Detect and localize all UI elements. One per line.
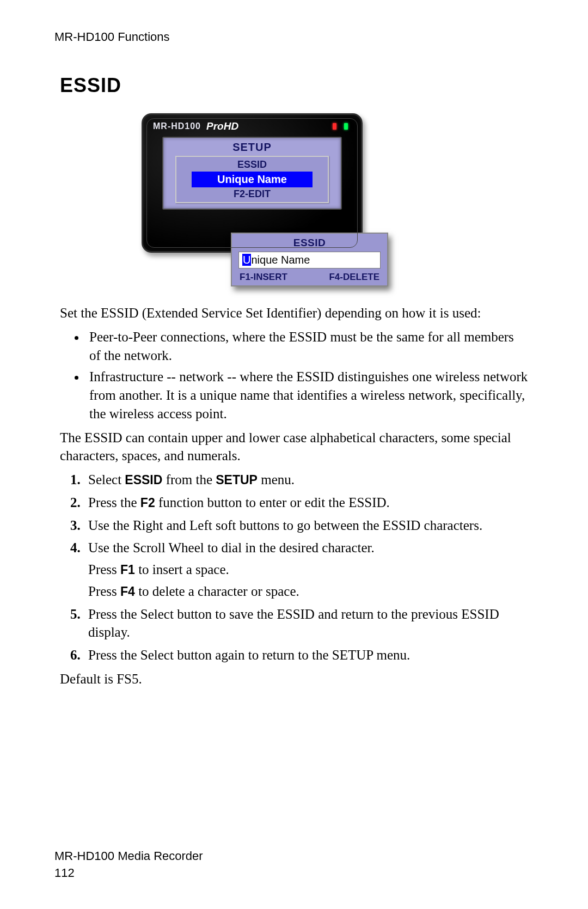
device-figure: MR-HD100 ProHD SETUP ESSID Unique Name F… [142, 113, 446, 288]
menu-edit-hint: F2-EDIT [176, 188, 328, 200]
step-keyword: F2 [140, 496, 155, 510]
step-text: menu. [258, 472, 295, 487]
device-top-bar: MR-HD100 ProHD [143, 115, 361, 136]
screen-title: SETUP [163, 138, 341, 156]
popup-input-rest: nique Name [251, 254, 310, 266]
menu-box: ESSID Unique Name F2-EDIT [175, 156, 329, 203]
step-subline: Press F1 to insert a space. [88, 560, 528, 579]
page-footer: MR-HD100 Media Recorder 112 [54, 848, 203, 882]
device-brand: MR-HD100 ProHD [153, 120, 238, 132]
step-keyword: F4 [120, 584, 135, 599]
menu-item-label: ESSID [176, 159, 328, 170]
popup-input: Unique Name [238, 252, 381, 269]
step-text: Press [88, 562, 120, 577]
section-title: ESSID [60, 74, 534, 97]
step-keyword: SETUP [216, 473, 258, 487]
step-text: Select [88, 472, 125, 487]
device-leds [333, 123, 348, 130]
device-logo: ProHD [206, 120, 238, 132]
popup-key-insert: F1-INSERT [240, 272, 287, 283]
page-header: MR-HD100 Functions [54, 30, 534, 44]
bullet-item: Infrastructure -- network -- where the E… [86, 368, 528, 423]
popup-title: ESSID [232, 237, 387, 249]
bullet-list: Peer-to-Peer connections, where the ESSI… [86, 328, 528, 423]
device-frame: MR-HD100 ProHD SETUP ESSID Unique Name F… [142, 113, 363, 253]
step-item: Press the Select button to save the ESSI… [84, 605, 528, 642]
step-subline: Press F4 to delete a character or space. [88, 582, 528, 601]
step-keyword: ESSID [125, 473, 162, 487]
step-keyword: F1 [120, 563, 135, 577]
device-screen: SETUP ESSID Unique Name F2-EDIT [162, 137, 342, 210]
edit-popup: ESSID Unique Name F1-INSERT F4-DELETE [231, 233, 388, 286]
step-text: to delete a character or space. [135, 584, 299, 599]
step-text: Press [88, 584, 120, 599]
body-text: Set the ESSID (Extended Service Set Iden… [60, 304, 528, 688]
step-item: Select ESSID from the SETUP menu. [84, 471, 528, 489]
step-item: Press the F2 function button to enter or… [84, 493, 528, 512]
bullet-item: Peer-to-Peer connections, where the ESSI… [86, 328, 528, 365]
steps-list: Select ESSID from the SETUP menu. Press … [84, 471, 528, 664]
step-text: from the [162, 472, 216, 487]
default-note: Default is FS5. [60, 670, 528, 688]
step-text: function button to enter or edit the ESS… [155, 495, 390, 510]
step-item: Use the Scroll Wheel to dial in the desi… [84, 539, 528, 600]
led-green-icon [344, 123, 348, 130]
popup-cursor-char: U [242, 254, 251, 266]
step-item: Use the Right and Left soft buttons to g… [84, 516, 528, 535]
popup-keys: F1-INSERT F4-DELETE [232, 269, 387, 283]
menu-item-value: Unique Name [192, 172, 313, 187]
led-red-icon [333, 123, 336, 130]
step-text: Press the [88, 495, 140, 510]
chars-note: The ESSID can contain upper and lower ca… [60, 429, 528, 466]
device-model: MR-HD100 [153, 121, 201, 131]
page-number: 112 [54, 865, 203, 882]
footer-title: MR-HD100 Media Recorder [54, 848, 203, 865]
popup-key-delete: F4-DELETE [329, 272, 379, 283]
step-text: Use the Scroll Wheel to dial in the desi… [88, 540, 375, 555]
intro-paragraph: Set the ESSID (Extended Service Set Iden… [60, 304, 528, 322]
step-item: Press the Select button again to return … [84, 646, 528, 664]
step-text: to insert a space. [135, 562, 229, 577]
